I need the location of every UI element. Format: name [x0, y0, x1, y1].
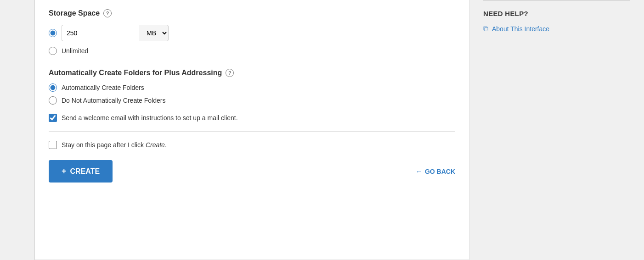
storage-help-icon[interactable]: ?: [103, 9, 112, 17]
unlimited-label[interactable]: Unlimited: [62, 47, 88, 55]
plus-icon: +: [62, 166, 67, 176]
create-button-label: CREATE: [70, 167, 100, 176]
stay-label-italic: Create: [146, 141, 165, 149]
auto-create-radio[interactable]: [49, 83, 57, 92]
page-layout: Storage Space ? MB GB TB Unlimited: [0, 0, 644, 260]
stay-label-prefix: Stay on this page after I click: [62, 141, 146, 149]
limited-storage-row: MB GB TB: [49, 25, 455, 41]
welcome-email-label[interactable]: Send a welcome email with instructions t…: [62, 114, 238, 122]
stay-label-suffix: .: [165, 141, 167, 149]
unlimited-row: Unlimited: [49, 47, 455, 55]
about-interface-link[interactable]: ⧉ About This Interface: [483, 25, 630, 33]
auto-create-option: Automatically Create Folders: [49, 83, 455, 92]
storage-title-row: Storage Space ?: [49, 9, 455, 17]
stay-on-page-row: Stay on this page after I click Create.: [49, 141, 455, 149]
stay-on-page-checkbox[interactable]: [49, 141, 57, 149]
stay-on-page-label: Stay on this page after I click Create.: [62, 141, 167, 149]
no-auto-create-option: Do Not Automatically Create Folders: [49, 96, 455, 105]
need-help-divider: [483, 0, 630, 0]
actions-row: + CREATE ← GO BACK: [49, 160, 455, 183]
storage-title: Storage Space: [49, 9, 100, 17]
auto-folders-help-icon[interactable]: ?: [226, 69, 234, 77]
auto-folders-title: Automatically Create Folders for Plus Ad…: [49, 69, 222, 77]
about-interface-label: About This Interface: [492, 25, 549, 33]
storage-unit-select[interactable]: MB GB TB: [140, 25, 169, 41]
auto-create-label[interactable]: Automatically Create Folders: [62, 84, 144, 91]
left-gutter: [0, 0, 34, 260]
section-divider-line: [49, 131, 455, 132]
create-button[interactable]: + CREATE: [49, 160, 113, 183]
no-auto-create-label[interactable]: Do Not Automatically Create Folders: [62, 97, 165, 104]
storage-value-input[interactable]: [62, 25, 135, 41]
storage-section: Storage Space ? MB GB TB Unlimited: [49, 9, 455, 55]
need-help-title: NEED HELP?: [483, 10, 630, 17]
limited-radio[interactable]: [49, 29, 57, 37]
main-content: Storage Space ? MB GB TB Unlimited: [34, 0, 469, 260]
no-auto-create-radio[interactable]: [49, 96, 57, 105]
external-link-icon: ⧉: [483, 25, 488, 33]
go-back-label: GO BACK: [425, 168, 455, 175]
welcome-email-row: Send a welcome email with instructions t…: [49, 114, 455, 122]
unlimited-radio[interactable]: [49, 47, 57, 55]
welcome-email-checkbox[interactable]: [49, 114, 57, 122]
auto-folders-section: Automatically Create Folders for Plus Ad…: [49, 69, 455, 122]
go-back-arrow-icon: ←: [416, 168, 422, 175]
need-help-section: NEED HELP? ⧉ About This Interface: [483, 0, 630, 33]
right-panel: NEED HELP? ⧉ About This Interface: [469, 0, 644, 260]
go-back-link[interactable]: ← GO BACK: [416, 168, 455, 175]
auto-folders-title-row: Automatically Create Folders for Plus Ad…: [49, 69, 455, 77]
